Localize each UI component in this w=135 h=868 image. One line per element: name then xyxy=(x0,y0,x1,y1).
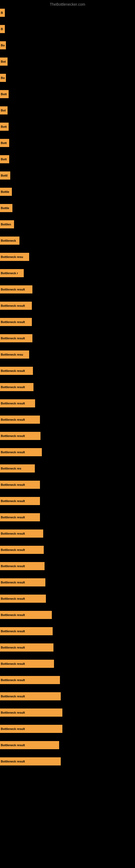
bar-label: Bottleneck result xyxy=(1,369,25,372)
bar: Bottleneck result xyxy=(0,741,59,749)
bar-label: Bottleneck result xyxy=(1,483,25,486)
bar-label: Bott xyxy=(1,93,7,96)
bar: Bottleneck r xyxy=(0,269,24,277)
bars-container: BBBoBotBoBottBotBottBottBottBottlBottleB… xyxy=(0,9,135,766)
bar-row: Bottleneck result xyxy=(0,480,135,489)
bar-row: Bottl xyxy=(0,172,135,180)
bar-label: Bottleneck result xyxy=(1,288,25,291)
bar-label: Bottle xyxy=(1,190,9,193)
bar: Bottleneck resu xyxy=(0,253,29,261)
bar-row: Bottleneck result xyxy=(0,546,135,554)
bar-row: Bott xyxy=(0,90,135,98)
bar-label: Bottleneck result xyxy=(1,499,25,503)
bar: Bottleneck result xyxy=(0,497,40,505)
bar: B xyxy=(0,25,5,33)
bar: Bottleneck result xyxy=(0,627,53,635)
bar-label: Bottleneck result xyxy=(1,629,25,633)
bar-label: Bottleneck xyxy=(1,239,16,242)
bar-label: Bottleneck result xyxy=(1,727,25,731)
bar: Bottleneck result xyxy=(0,643,53,652)
bar-label: Bottleneck r xyxy=(1,272,18,275)
bar: Bottleneck result xyxy=(0,513,40,521)
bar: Bott xyxy=(0,90,9,98)
bar: Bottleneck result xyxy=(0,399,35,407)
bar-row: Bottleneck result xyxy=(0,448,135,456)
bar-label: Bottleneck result xyxy=(1,532,25,535)
bar-label: Bottleneck result xyxy=(1,451,25,454)
bar: Bottleneck result xyxy=(0,383,34,391)
bar: Bottleneck result xyxy=(0,692,61,701)
bar-label: Bottleneck result xyxy=(1,337,25,340)
bar-row: Bottleneck result xyxy=(0,562,135,570)
bar: Bottleneck result xyxy=(0,448,42,456)
bar-label: Bott xyxy=(1,125,7,128)
bar-row: Bot xyxy=(0,106,135,115)
bar-label: Bottleneck result xyxy=(1,678,25,682)
bar-row: B xyxy=(0,9,135,17)
bar: Bottleneck result xyxy=(0,318,32,326)
bar-row: Bottleneck resu xyxy=(0,350,135,359)
bar-row: Bottleneck result xyxy=(0,399,135,407)
bar-label: B xyxy=(1,11,3,14)
bar-row: Bottleneck result xyxy=(0,318,135,326)
bar-row: Bot xyxy=(0,58,135,66)
bar: Bottleneck result xyxy=(0,611,52,619)
bar-row: Bottleneck result xyxy=(0,285,135,293)
bar-label: Bottleneck result xyxy=(1,516,25,519)
bar: B xyxy=(0,9,5,17)
bar-row: Bottleneck xyxy=(0,237,135,245)
bar-row: Bott xyxy=(0,123,135,131)
bar-row: Bottleneck result xyxy=(0,367,135,375)
bar: Bottleneck result xyxy=(0,578,45,586)
bar-row: Bottleneck result xyxy=(0,709,135,717)
bar-label: Bottleneck result xyxy=(1,646,25,649)
bar-label: Bottleneck result xyxy=(1,434,25,437)
bar-row: B xyxy=(0,25,135,33)
bar: Bo xyxy=(0,74,6,82)
bar-label: Bottleneck result xyxy=(1,564,25,568)
bar-row: Bottleneck result xyxy=(0,497,135,505)
bar-row: Bottlen xyxy=(0,220,135,228)
bar-row: Bottleneck result xyxy=(0,415,135,424)
bar-label: Bottleneck resu xyxy=(1,353,23,356)
bar-label: Bottlen xyxy=(1,223,11,226)
bar-label: Bottleneck result xyxy=(1,662,25,665)
bar: Bottleneck result xyxy=(0,334,32,342)
bar-label: Bottleneck result xyxy=(1,385,25,389)
bar-label: Bottleneck result xyxy=(1,597,25,600)
bar-row: Bottleneck result xyxy=(0,660,135,668)
bar-row: Bottleneck res xyxy=(0,464,135,472)
bar-label: Bottl xyxy=(1,174,8,177)
bar: Bottleneck xyxy=(0,237,19,245)
bar-row: Bottleneck r xyxy=(0,269,135,277)
bar-label: Bottleneck result xyxy=(1,613,25,617)
bar-row: Bottleneck result xyxy=(0,529,135,538)
bar: Bottleneck result xyxy=(0,546,44,554)
bar: Bottleneck res xyxy=(0,464,35,472)
bar-row: Bottleneck result xyxy=(0,302,135,310)
bar: Bot xyxy=(0,58,8,66)
bar-row: Bott xyxy=(0,139,135,147)
bar: Bottle xyxy=(0,188,12,196)
bar-label: Bottleneck result xyxy=(1,548,25,552)
bar-row: Bottleneck result xyxy=(0,725,135,733)
bar-label: Bottleneck result xyxy=(1,581,25,584)
bar: Bo xyxy=(0,41,6,50)
bar-row: Bottleneck result xyxy=(0,676,135,684)
bar-row: Bottleneck result xyxy=(0,757,135,766)
bar: Bottleneck result xyxy=(0,367,33,375)
bar-row: Bottleneck result xyxy=(0,432,135,440)
bar-row: Bottleneck result xyxy=(0,692,135,701)
bar: Bottl xyxy=(0,172,10,180)
bar: Bottleneck result xyxy=(0,660,54,668)
bar-label: B xyxy=(1,27,3,31)
bar: Bottleneck result xyxy=(0,415,40,424)
bar-row: Bottleneck resu xyxy=(0,253,135,261)
bar: Bottle xyxy=(0,204,12,212)
bar: Bottleneck result xyxy=(0,302,32,310)
bar: Bottleneck result xyxy=(0,676,60,684)
bar-label: Bott xyxy=(1,141,7,145)
bar: Bottleneck result xyxy=(0,529,43,538)
bar-label: Bottleneck result xyxy=(1,760,25,763)
bar-label: Bo xyxy=(1,76,5,80)
